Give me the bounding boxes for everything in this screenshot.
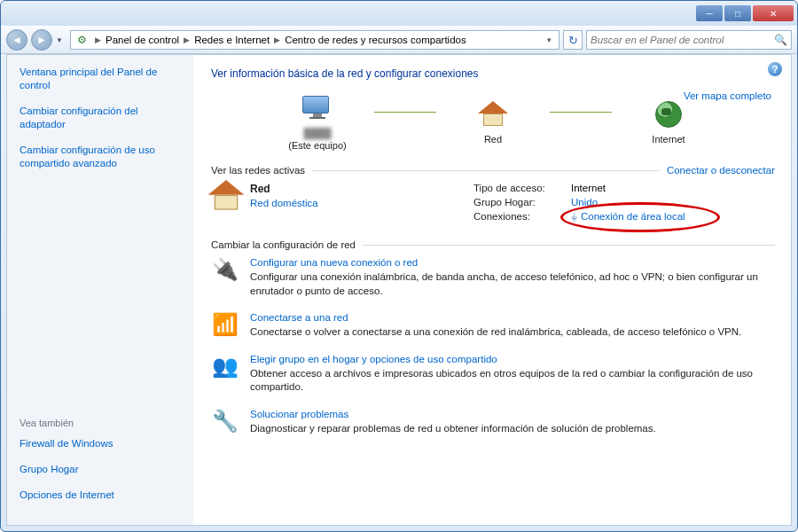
task-desc: Conectarse o volver a conectarse a una c… [250, 325, 741, 340]
task-list: 🔌Configurar una nueva conexión o redConf… [211, 257, 775, 435]
control-panel-icon: ⚙ [74, 33, 89, 47]
breadcrumb[interactable]: ⚙ ▶ Panel de control ▶ Redes e Internet … [70, 30, 559, 50]
task-link[interactable]: Configurar una nueva conexión o red [250, 257, 775, 268]
breadcrumb-item[interactable]: Redes e Internet [194, 35, 270, 45]
full-map-link[interactable]: Ver mapa completo [684, 90, 771, 101]
network-map: Ver mapa completo ████ (Este equipo) Red [211, 90, 775, 151]
homegroup-label: Grupo Hogar: [473, 197, 571, 207]
chevron-right-icon: ▶ [271, 35, 283, 44]
homegroup-link[interactable]: Unido [571, 197, 598, 207]
network-type-link[interactable]: Red doméstica [250, 198, 318, 208]
window: ─ □ ✕ ◄ ► ▼ ⚙ ▶ Panel de control ▶ Redes… [0, 0, 798, 532]
refresh-button[interactable]: ↻ [563, 30, 583, 50]
task-link[interactable]: Conectarse a una red [250, 312, 741, 323]
computer-name: ████ [303, 128, 331, 138]
main-panel: ? Ver información básica de la red y con… [193, 55, 791, 525]
task-desc: Diagnosticar y reparar problemas de red … [250, 422, 656, 436]
network-label: Red [484, 134, 502, 145]
task-desc: Configurar una conexión inalámbrica, de … [250, 270, 775, 298]
this-computer-label: (Este equipo) [288, 140, 346, 151]
sidebar-link-inet-options[interactable]: Opciones de Internet [20, 489, 181, 502]
breadcrumb-dropdown[interactable]: ▾ [544, 35, 555, 44]
task-item: 🔧Solucionar problemasDiagnosticar y repa… [211, 409, 775, 436]
help-icon[interactable]: ? [768, 62, 782, 76]
globe-icon [651, 97, 686, 132]
minimize-button[interactable]: ─ [696, 5, 723, 21]
chevron-right-icon: ▶ [92, 35, 104, 44]
computer-icon [300, 90, 335, 126]
close-button[interactable]: ✕ [753, 5, 794, 21]
map-node-network: Red [440, 97, 546, 145]
task-icon: 🔌 [211, 257, 239, 298]
content-area: Ventana principal del Panel de control C… [6, 54, 792, 526]
map-node-internet: Internet [615, 97, 722, 145]
internet-label: Internet [652, 134, 685, 145]
sidebar-link-homegroup[interactable]: Grupo Hogar [20, 463, 181, 476]
search-box[interactable]: 🔍 [586, 30, 792, 50]
sidebar-link-firewall[interactable]: Firewall de Windows [20, 437, 181, 450]
search-input[interactable] [591, 35, 774, 45]
house-icon [475, 97, 511, 132]
address-bar: ◄ ► ▼ ⚙ ▶ Panel de control ▶ Redes e Int… [1, 26, 797, 54]
sidebar: Ventana principal del Panel de control C… [7, 55, 193, 525]
task-icon: 👥 [211, 354, 239, 395]
access-type-label: Tipo de acceso: [473, 183, 571, 193]
sidebar-link-adapter[interactable]: Cambiar configuración del adaptador [20, 105, 181, 131]
task-link[interactable]: Elegir grupo en el hogar y opciones de u… [250, 354, 775, 364]
access-type-value: Internet [571, 183, 606, 193]
task-item: 📶Conectarse a una redConectarse o volver… [211, 312, 775, 340]
active-networks-header: Ver las redes activas Conectar o descone… [211, 165, 775, 176]
see-also-label: Vea también [20, 418, 181, 428]
connections-label: Conexiones: [473, 211, 571, 222]
active-network-row: Red Red doméstica Tipo de acceso:Interne… [211, 183, 775, 225]
map-node-computer: ████ (Este equipo) [264, 90, 371, 151]
connection-link[interactable]: Conexión de área local [581, 211, 685, 222]
back-button[interactable]: ◄ [6, 29, 27, 51]
forward-button[interactable]: ► [31, 29, 52, 51]
map-connector [550, 112, 612, 113]
breadcrumb-item[interactable]: Centro de redes y recursos compartidos [285, 35, 466, 45]
change-settings-header: Cambiar la configuración de red [211, 239, 775, 250]
network-name: Red [250, 183, 318, 195]
breadcrumb-item[interactable]: Panel de control [106, 35, 179, 45]
task-icon: 🔧 [211, 409, 239, 436]
chevron-right-icon: ▶ [181, 35, 192, 44]
sidebar-link-sharing[interactable]: Cambiar configuración de uso compartido … [20, 144, 181, 170]
house-icon [211, 183, 241, 225]
task-desc: Obtener acceso a archivos e impresoras u… [250, 367, 775, 395]
task-item: 👥Elegir grupo en el hogar y opciones de … [211, 354, 775, 395]
task-icon: 📶 [211, 312, 239, 340]
map-connector [374, 112, 436, 113]
connect-disconnect-link[interactable]: Conectar o desconectar [667, 165, 775, 176]
search-icon: 🔍 [774, 34, 787, 46]
task-item: 🔌Configurar una nueva conexión o redConf… [211, 257, 775, 298]
history-dropdown[interactable]: ▼ [56, 36, 66, 44]
ethernet-icon: ⏚ [571, 211, 577, 222]
titlebar: ─ □ ✕ [1, 1, 797, 26]
page-title: Ver información básica de la red y confi… [211, 67, 775, 80]
maximize-button[interactable]: □ [724, 5, 751, 21]
sidebar-link-home[interactable]: Ventana principal del Panel de control [20, 66, 181, 92]
task-link[interactable]: Solucionar problemas [250, 409, 656, 419]
